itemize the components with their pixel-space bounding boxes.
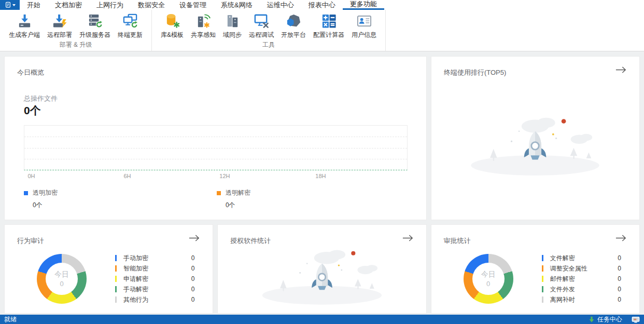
- legend-swatch: [542, 286, 543, 292]
- logo-dropdown-caret-icon: [12, 4, 16, 6]
- group-label-tools: 工具: [157, 40, 380, 50]
- tool-remote-debug[interactable]: 远程调试: [245, 11, 277, 40]
- legend-transparent-encrypt: 透明加密 0个: [24, 188, 58, 210]
- tool-generate-client[interactable]: 生成客户端: [5, 11, 44, 40]
- tab-web-behavior[interactable]: 上网行为: [89, 0, 131, 10]
- legend-swatch: [542, 265, 543, 272]
- tab-device-mgmt[interactable]: 设备管理: [172, 0, 214, 10]
- tool-open-platform[interactable]: 开放平台: [277, 11, 310, 40]
- tool-share-sense[interactable]: 共享感知: [187, 11, 219, 40]
- today-line-chart: [24, 125, 408, 170]
- legend-swatch: [115, 276, 117, 282]
- legend-item: 智能加密 0: [115, 263, 194, 274]
- behavior-donut-chart: 今日 0: [37, 254, 87, 304]
- user-info-icon: [356, 12, 372, 29]
- domain-sync-icon: [225, 12, 241, 29]
- card-title-today-overview: 今日概览: [17, 68, 44, 77]
- card-title-behavior-audit: 行为审计: [17, 236, 44, 246]
- legend-swatch: [542, 255, 543, 261]
- legend-swatch: [115, 255, 117, 261]
- ribbon-group-deploy-upgrade: 生成客户端 远程部署: [0, 10, 152, 51]
- tab-more-functions[interactable]: 更多功能: [343, 0, 384, 10]
- client-download-icon: [17, 12, 33, 29]
- arrow-right-icon[interactable]: [615, 234, 627, 244]
- behavior-legend: 手动加密 0 智能加密 0 申请解密 0 手动解密 0: [115, 253, 194, 305]
- card-title-terminal-top5: 终端使用排行(TOP5): [444, 68, 506, 77]
- config-calculator-icon: [321, 12, 337, 29]
- approval-legend: 文件解密 0 调整安全属性 0 邮件解密 0 文件外发 0: [542, 253, 621, 305]
- card-title-approval-stats: 审批统计: [444, 236, 471, 246]
- legend-item: 申请解密 0: [115, 274, 194, 284]
- arrow-right-icon[interactable]: [615, 66, 627, 76]
- share-sense-icon: [195, 12, 212, 29]
- x-axis-ticks: 0H 6H 12H 18H: [24, 173, 408, 180]
- library-template-icon: [164, 12, 180, 29]
- card-today-overview: 今日概览 总操作文件 0个 0H 6H 12H 18H 透明加密 0个: [4, 56, 427, 220]
- tool-remote-deploy[interactable]: 远程部署: [44, 11, 76, 40]
- arrow-right-icon[interactable]: [402, 234, 414, 244]
- legend-swatch: [542, 276, 543, 282]
- tool-upgrade-server[interactable]: 升级服务器: [76, 11, 114, 40]
- status-bar: 就绪 任务中心: [0, 315, 644, 324]
- tab-data-security[interactable]: 数据安全: [131, 0, 172, 10]
- tab-report-center[interactable]: 报表中心: [301, 0, 343, 10]
- card-terminal-top5: 终端使用排行(TOP5): [431, 56, 640, 220]
- tool-terminal-update[interactable]: 终端更新: [114, 11, 146, 40]
- tab-start[interactable]: 开始: [20, 0, 48, 10]
- donut-center-label: 今日 0: [472, 263, 505, 295]
- upgrade-server-icon: [87, 12, 103, 29]
- tool-config-calculator[interactable]: 配置计算器: [310, 11, 348, 40]
- legend-item: 文件外发 0: [542, 284, 621, 294]
- legend-item: 文件解密 0: [542, 253, 621, 263]
- tool-library-template[interactable]: 库&模板: [157, 11, 187, 40]
- task-center-label: 任务中心: [597, 315, 622, 324]
- legend-transparent-decrypt: 透明解密 0个: [217, 188, 250, 210]
- legend-swatch: [542, 296, 543, 303]
- tab-system-network[interactable]: 系统&网络: [214, 0, 260, 10]
- monitor-tray-icon[interactable]: [632, 316, 640, 323]
- ribbon: 开始 文档加密 上网行为 数据安全 设备管理 系统&网络 运维中心 报表中心 更…: [0, 0, 644, 51]
- app-menu-button[interactable]: [0, 0, 20, 10]
- ribbon-group-tools: 库&模板: [152, 10, 386, 51]
- green-download-arrow-icon: [589, 316, 595, 323]
- tool-user-info[interactable]: 用户信息: [348, 11, 380, 40]
- card-licensed-software-stats: 授权软件统计: [217, 224, 426, 314]
- legend-item: 离网补时 0: [542, 294, 621, 305]
- tab-ops-center[interactable]: 运维中心: [260, 0, 301, 10]
- legend-item: 手动加密 0: [115, 253, 194, 263]
- x-tick: 12H: [219, 173, 230, 179]
- x-tick: 18H: [315, 173, 326, 179]
- donut-center-label: 今日 0: [46, 263, 78, 295]
- metric-value-total-files: 0个: [24, 103, 41, 118]
- card-behavior-audit: 行为审计 今日 0 手动加密 0 智能加密 0: [4, 224, 213, 314]
- remote-deploy-icon: [52, 12, 68, 29]
- group-label-deploy-upgrade: 部署 & 升级: [5, 40, 146, 50]
- tab-doc-encrypt[interactable]: 文档加密: [48, 0, 89, 10]
- task-center-button[interactable]: 任务中心: [589, 315, 622, 324]
- legend-swatch: [115, 286, 117, 292]
- x-tick: 0H: [27, 173, 35, 179]
- legend-item: 邮件解密 0: [542, 274, 621, 284]
- legend-item: 其他行为 0: [115, 294, 194, 305]
- terminal-update-icon: [122, 12, 138, 29]
- tool-domain-sync[interactable]: 域同步: [219, 11, 245, 40]
- app-logo-document-icon: [5, 2, 11, 8]
- legend-swatch: [24, 191, 28, 195]
- dashboard: 今日概览 总操作文件 0个 0H 6H 12H 18H 透明加密 0个: [0, 52, 644, 315]
- legend-item: 手动解密 0: [115, 284, 194, 294]
- empty-state-illustration: [460, 106, 610, 183]
- legend-swatch: [115, 296, 117, 303]
- legend-item: 调整安全属性 0: [542, 263, 621, 274]
- legend-swatch: [115, 265, 117, 272]
- status-text: 就绪: [4, 315, 17, 324]
- remote-debug-icon: [254, 12, 270, 29]
- approval-donut-chart: 今日 0: [464, 254, 513, 304]
- empty-state-illustration: [249, 240, 395, 312]
- ribbon-tab-bar: 开始 文档加密 上网行为 数据安全 设备管理 系统&网络 运维中心 报表中心 更…: [0, 0, 644, 10]
- ribbon-toolbar: 生成客户端 远程部署: [0, 10, 644, 51]
- x-tick: 6H: [123, 173, 131, 179]
- card-approval-stats: 审批统计 今日 0 文件解密 0 调整安全属性 0: [431, 224, 640, 314]
- open-platform-icon: [286, 12, 302, 29]
- arrow-right-icon[interactable]: [189, 234, 200, 244]
- metric-label-total-files: 总操作文件: [24, 94, 58, 103]
